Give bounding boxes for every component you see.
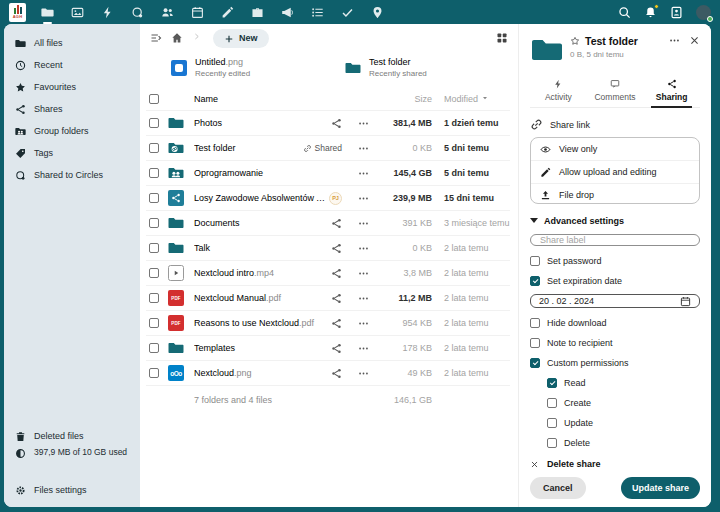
select-all-checkbox[interactable] [149,94,159,104]
app-notes-icon[interactable] [221,6,234,19]
sidebar-item-shared-to-circles[interactable]: Shared to Circles [4,164,140,186]
row-actions-icon[interactable] [350,243,376,254]
app-calendar-icon[interactable] [191,6,204,19]
sidebar-item-favourites[interactable]: Favourites [4,76,140,98]
note-to-recipient-checkbox[interactable]: Note to recipient [530,338,700,348]
update-share-button[interactable]: Update share [621,477,700,499]
app-photos-icon[interactable] [71,6,84,19]
row-actions-icon[interactable] [350,268,376,279]
sidebar-item-storage[interactable]: 397,9 MB of 10 GB used [4,447,140,473]
share-option-view-only[interactable]: View only [531,138,699,161]
sidebar-item-shares[interactable]: Shares [4,98,140,120]
sidebar-toggle-icon[interactable] [150,32,162,44]
share-icon[interactable] [331,318,342,329]
share-label-input[interactable] [530,234,700,246]
file-name[interactable]: Nextcloud Manual.pdf [194,293,331,303]
permission-checkbox-update[interactable]: Update [547,418,700,428]
notifications-bell-icon[interactable] [644,6,657,19]
sidebar-item-group-folders[interactable]: Group folders [4,120,140,142]
app-activity-icon[interactable] [101,6,114,19]
favourite-star-icon[interactable] [570,36,580,46]
row-actions-icon[interactable] [350,118,376,129]
app-tasks-icon[interactable] [341,6,354,19]
app-deck-icon[interactable] [251,6,264,19]
share-icon[interactable] [331,118,342,129]
sidebar-item-deleted-files[interactable]: Deleted files [4,425,140,447]
file-name[interactable]: Talk [194,243,331,253]
share-icon[interactable] [331,268,342,279]
recommended-file-card[interactable]: Untitled.pngRecently edited [170,57,344,79]
header-size[interactable]: Size [376,94,432,104]
app-contacts-icon[interactable] [161,6,174,19]
file-name[interactable]: Nextcloud intro.mp4 [194,268,331,278]
row-checkbox[interactable] [149,193,159,203]
grid-view-toggle-icon[interactable] [496,32,508,44]
file-name[interactable]: Losy Zawodowe Absolwentów AGH - raporty [194,193,329,203]
row-actions-icon[interactable] [350,143,376,154]
permission-checkbox-read[interactable]: Read [547,378,700,388]
app-maps-icon[interactable] [371,6,384,19]
share-option-allow-upload-and-editing[interactable]: Allow upload and editing [531,161,699,184]
sidebar-item-files-settings[interactable]: Files settings [4,479,140,501]
row-actions-icon[interactable] [350,343,376,354]
row-checkbox[interactable] [149,318,159,328]
share-icon[interactable] [331,368,342,379]
row-checkbox[interactable] [149,168,159,178]
file-name[interactable]: Nextcloud.png [194,368,331,378]
share-icon[interactable] [331,343,342,354]
row-checkbox[interactable] [149,293,159,303]
share-icon[interactable] [331,218,342,229]
set-password-checkbox[interactable]: Set password [530,256,700,266]
close-panel-icon[interactable] [689,35,700,46]
custom-permissions-checkbox[interactable]: Custom permissions [530,358,700,368]
permission-checkbox-create[interactable]: Create [547,398,700,408]
file-name[interactable]: Documents [194,218,331,228]
file-name[interactable]: Photos [194,118,331,128]
file-name[interactable]: Reasons to use Nextcloud.pdf [194,318,331,328]
shared-link-label[interactable]: Shared [303,143,342,153]
file-name[interactable]: Test folder [194,143,303,153]
row-actions-icon[interactable] [350,193,376,204]
file-name[interactable]: Templates [194,343,331,353]
advanced-settings-toggle[interactable]: Advanced settings [530,216,700,226]
row-actions-icon[interactable] [350,218,376,229]
row-checkbox[interactable] [149,118,159,128]
row-checkbox[interactable] [149,218,159,228]
app-circles-icon[interactable] [131,6,144,19]
tab-activity[interactable]: Activity [530,76,587,107]
sidebar-item-recent[interactable]: Recent [4,54,140,76]
panel-actions-icon[interactable] [669,35,680,46]
row-checkbox[interactable] [149,368,159,378]
calendar-icon[interactable] [680,296,691,307]
app-files-icon[interactable] [41,6,54,19]
row-actions-icon[interactable] [350,368,376,379]
header-name[interactable]: Name [194,94,350,104]
app-tables-icon[interactable] [311,6,324,19]
row-checkbox[interactable] [149,243,159,253]
tab-sharing[interactable]: Sharing [643,76,700,107]
expiration-date-input[interactable]: 20 . 02 . 2024 [530,294,700,308]
permission-checkbox-delete[interactable]: Delete [547,438,700,448]
row-actions-icon[interactable] [350,168,376,179]
share-option-file-drop[interactable]: File dropUpload only [531,184,699,204]
tab-comments[interactable]: Comments [587,76,644,107]
share-icon[interactable] [331,243,342,254]
breadcrumb-home-icon[interactable] [171,32,183,44]
sidebar-item-tags[interactable]: Tags [4,142,140,164]
sidebar-item-all-files[interactable]: All files [4,32,140,54]
row-actions-icon[interactable] [350,318,376,329]
row-checkbox[interactable] [149,143,159,153]
delete-share-button[interactable]: Delete share [530,459,700,469]
row-checkbox[interactable] [149,268,159,278]
row-actions-icon[interactable] [350,293,376,304]
header-modified[interactable]: Modified [432,94,510,104]
recommended-file-card[interactable]: Test folderRecently shared [344,57,518,79]
sharer-avatar[interactable]: PJ [329,192,342,205]
hide-download-checkbox[interactable]: Hide download [530,318,700,328]
search-icon[interactable] [618,6,631,19]
file-name[interactable]: Oprogramowanie [194,168,342,178]
row-checkbox[interactable] [149,343,159,353]
new-button[interactable]: New [213,29,269,48]
agh-logo[interactable]: AGH [9,3,26,22]
app-talk-icon[interactable] [281,6,294,19]
